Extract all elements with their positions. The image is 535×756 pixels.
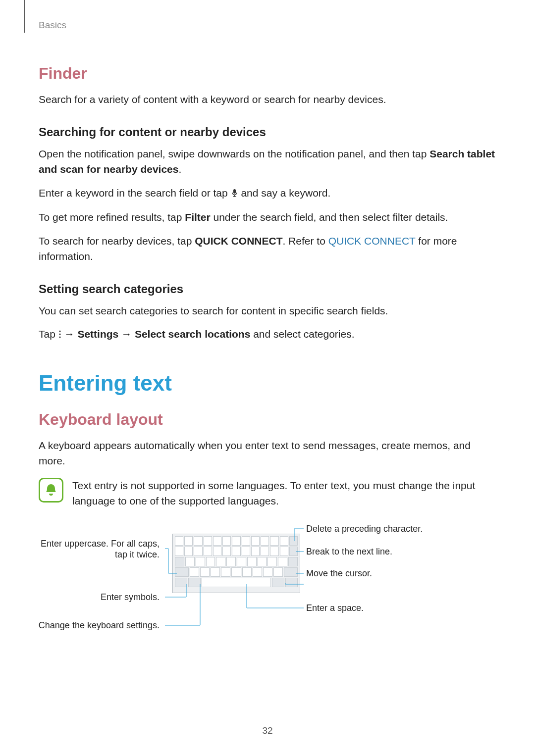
finder-intro: Search for a variety of content with a k… bbox=[39, 92, 496, 107]
bold-quick-connect: QUICK CONNECT bbox=[195, 235, 282, 247]
label-settings: Change the keyboard settings. bbox=[39, 620, 160, 631]
header-bar: Basics bbox=[39, 20, 496, 35]
page-number: 32 bbox=[0, 725, 535, 736]
text: . Refer to bbox=[283, 235, 328, 247]
bold-select-locations: Select search locations bbox=[135, 328, 250, 340]
text: → bbox=[118, 328, 135, 340]
text: → bbox=[64, 328, 78, 340]
link-quick-connect[interactable]: QUICK CONNECT bbox=[328, 235, 416, 247]
bold-filter: Filter bbox=[185, 211, 210, 223]
keyboard-diagram: Delete a preceding character. Break to t… bbox=[39, 524, 496, 653]
svg-point-4 bbox=[59, 333, 60, 335]
svg-point-5 bbox=[59, 336, 60, 338]
text: and select categories. bbox=[250, 328, 354, 340]
more-options-icon bbox=[58, 327, 61, 343]
text: Enter a keyword in the search field or t… bbox=[39, 187, 231, 199]
section-title-finder: Finder bbox=[39, 64, 496, 83]
text: Tap bbox=[39, 328, 58, 340]
para-enter-keyword: Enter a keyword in the search field or t… bbox=[39, 185, 496, 202]
label-caps-a: Enter uppercase. For all caps, bbox=[41, 539, 160, 550]
section-title-keyboard-layout: Keyboard layout bbox=[39, 410, 496, 429]
label-caps-b: tap it twice. bbox=[115, 550, 160, 560]
subhead-searching: Searching for content or nearby devices bbox=[39, 125, 496, 139]
bold-settings: Settings bbox=[77, 328, 118, 340]
note-block: Text entry is not supported in some lang… bbox=[39, 478, 496, 509]
label-space: Enter a space. bbox=[306, 603, 364, 614]
keyboard-graphic bbox=[172, 534, 300, 593]
para-tap-settings: Tap → Settings → Select search locations… bbox=[39, 326, 496, 343]
keyboard-intro: A keyboard appears automatically when yo… bbox=[39, 438, 496, 469]
label-delete: Delete a preceding character. bbox=[306, 524, 423, 535]
microphone-icon bbox=[231, 186, 238, 202]
label-break: Break to the next line. bbox=[306, 547, 392, 557]
svg-rect-0 bbox=[233, 189, 236, 194]
para-quick-connect: To search for nearby devices, tap QUICK … bbox=[39, 233, 496, 264]
text: under the search field, and then select … bbox=[211, 211, 448, 223]
header-mark bbox=[24, 0, 25, 33]
para-categories: You can set search categories to search … bbox=[39, 303, 496, 319]
para-filter: To get more refined results, tap Filter … bbox=[39, 209, 496, 225]
text: To get more refined results, tap bbox=[39, 211, 185, 223]
heading-entering-text: Entering text bbox=[39, 371, 496, 396]
para-open-panel: Open the notification panel, swipe downw… bbox=[39, 146, 496, 177]
breadcrumb: Basics bbox=[39, 20, 66, 30]
text: and say a keyword. bbox=[241, 187, 330, 199]
text: To search for nearby devices, tap bbox=[39, 235, 195, 247]
label-cursor: Move the cursor. bbox=[306, 568, 372, 579]
subhead-categories: Setting search categories bbox=[39, 282, 496, 296]
text: Open the notification panel, swipe downw… bbox=[39, 148, 429, 159]
text: . bbox=[178, 163, 181, 175]
note-icon bbox=[39, 478, 63, 503]
svg-point-3 bbox=[59, 330, 60, 332]
note-text: Text entry is not supported in some lang… bbox=[72, 478, 496, 509]
label-symbols: Enter symbols. bbox=[101, 592, 160, 603]
